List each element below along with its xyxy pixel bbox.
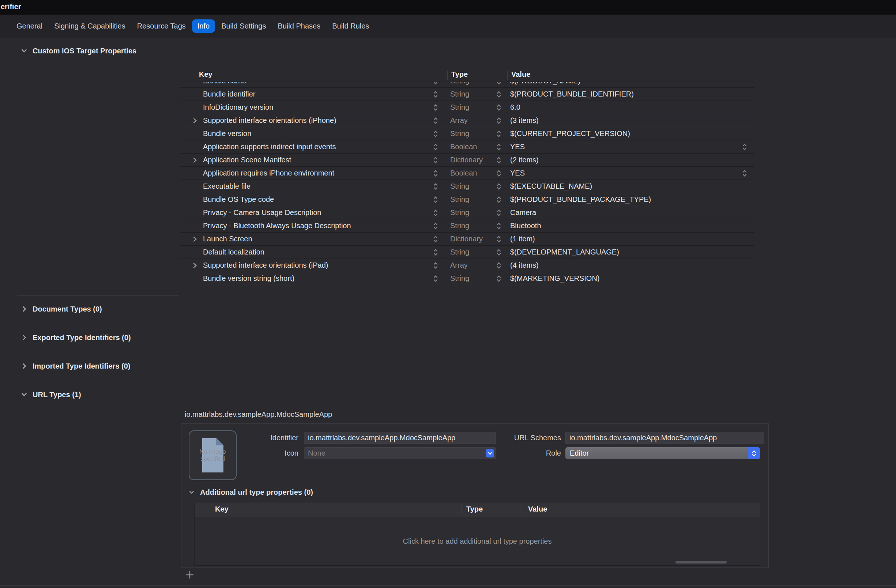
type-stepper-icon[interactable] [495,116,502,125]
property-value[interactable]: $(PRODUCT_NAME) [510,82,581,87]
type-stepper-icon[interactable] [495,82,502,86]
key-stepper-icon[interactable] [432,129,439,139]
disclosure-chevron-icon[interactable] [191,262,198,269]
property-value[interactable]: YES [510,167,525,180]
key-stepper-icon[interactable] [432,248,439,257]
disclosure-chevron-icon[interactable] [191,117,198,124]
icon-combo-box[interactable] [304,447,496,459]
property-value[interactable]: Camera [510,206,536,219]
key-stepper-icon[interactable] [432,103,439,112]
type-stepper-icon[interactable] [495,90,502,99]
property-key[interactable]: Launch Screen [203,233,252,245]
type-stepper-icon[interactable] [495,182,502,191]
type-stepper-icon[interactable] [495,155,502,165]
tab-resource-tags[interactable]: Resource Tags [132,19,191,33]
chevron-right-icon[interactable] [20,305,28,313]
property-value[interactable]: (1 item) [510,233,535,245]
section-url-types[interactable]: URL Types (1) [20,389,81,400]
type-stepper-icon[interactable] [495,129,502,139]
dropdown-chevron-icon[interactable] [486,449,494,457]
property-key[interactable]: Default localization [203,246,264,259]
type-stepper-icon[interactable] [495,248,502,257]
property-key[interactable]: Privacy - Bluetooth Always Usage Descrip… [203,219,351,232]
tab-info[interactable]: Info [192,19,215,33]
icon-input[interactable] [304,448,480,459]
key-stepper-icon[interactable] [432,235,439,244]
add-url-type-button[interactable] [184,569,195,580]
value-stepper-icon[interactable] [741,169,748,178]
section-imported-type-identifiers[interactable]: Imported Type Identifiers (0) [20,361,130,372]
property-row[interactable]: Bundle identifierString$(PRODUCT_BUNDLE_… [180,88,754,101]
property-key[interactable]: Bundle name [203,82,246,87]
property-row[interactable]: Bundle versionString$(CURRENT_PROJECT_VE… [180,127,754,140]
type-stepper-icon[interactable] [495,169,502,178]
key-stepper-icon[interactable] [432,182,439,191]
role-popup-button[interactable]: Editor [565,447,760,459]
tab-build-settings[interactable]: Build Settings [216,19,271,33]
section-custom-ios-target-properties[interactable]: Custom iOS Target Properties [20,45,136,56]
property-row[interactable]: Privacy - Camera Usage DescriptionString… [180,206,754,219]
url-schemes-input[interactable] [565,432,764,444]
key-stepper-icon[interactable] [432,155,439,165]
property-value[interactable]: $(EXECUTABLE_NAME) [510,180,592,193]
property-row[interactable]: Default localizationString$(DEVELOPMENT_… [180,246,754,259]
property-value[interactable]: 6.0 [510,101,520,114]
property-row[interactable]: Bundle version string (short)String$(MAR… [180,272,754,285]
property-value[interactable]: (3 items) [510,114,539,127]
chevron-down-icon[interactable] [187,488,196,496]
property-row[interactable]: Application supports indirect input even… [180,140,754,154]
key-stepper-icon[interactable] [432,90,439,99]
property-key[interactable]: Application requires iPhone environment [203,167,334,180]
property-row[interactable]: Launch ScreenDictionary(1 item) [180,233,754,246]
value-stepper-icon[interactable] [741,142,748,152]
property-key[interactable]: Bundle version [203,127,251,140]
type-stepper-icon[interactable] [495,221,502,231]
property-row[interactable]: Bundle nameString$(PRODUCT_NAME) [180,82,754,88]
type-stepper-icon[interactable] [495,195,502,204]
chevron-down-icon[interactable] [20,47,28,55]
identifier-input[interactable] [304,432,496,444]
horizontal-scrollbar[interactable] [675,561,727,564]
section-exported-type-identifiers[interactable]: Exported Type Identifiers (0) [20,332,131,343]
key-stepper-icon[interactable] [432,116,439,125]
property-row[interactable]: Supported interface orientations (iPad)A… [180,259,754,272]
property-value[interactable]: $(PRODUCT_BUNDLE_IDENTIFIER) [510,88,634,101]
key-stepper-icon[interactable] [432,274,439,283]
type-stepper-icon[interactable] [495,261,502,270]
type-stepper-icon[interactable] [495,208,502,218]
property-key[interactable]: Supported interface orientations (iPad) [203,259,328,272]
tab-build-rules[interactable]: Build Rules [326,19,375,33]
property-row[interactable]: Application Scene ManifestDictionary(2 i… [180,154,754,167]
property-key[interactable]: Bundle identifier [203,88,255,101]
url-type-image-well[interactable]: No image specified [189,430,237,480]
property-value[interactable]: YES [510,140,525,153]
key-stepper-icon[interactable] [432,142,439,152]
disclosure-chevron-icon[interactable] [191,157,198,164]
section-document-types[interactable]: Document Types (0) [20,303,102,314]
add-properties-hint[interactable]: Click here to add additional url type pr… [403,537,552,545]
property-row[interactable]: Supported interface orientations (iPhone… [180,114,754,127]
type-stepper-icon[interactable] [495,235,502,244]
additional-properties-empty-area[interactable]: Click here to add additional url type pr… [195,517,760,565]
key-stepper-icon[interactable] [432,261,439,270]
key-stepper-icon[interactable] [432,208,439,218]
type-stepper-icon[interactable] [495,142,502,152]
key-stepper-icon[interactable] [432,221,439,231]
property-value[interactable]: $(PRODUCT_BUNDLE_PACKAGE_TYPE) [510,193,651,206]
property-value[interactable]: (4 items) [510,259,539,272]
property-row[interactable]: Application requires iPhone environmentB… [180,167,754,180]
key-stepper-icon[interactable] [432,169,439,178]
property-key[interactable]: Supported interface orientations (iPhone… [203,114,337,127]
property-value[interactable]: Bluetooth [510,219,541,232]
property-value[interactable]: $(MARKETING_VERSION) [510,272,599,285]
property-key[interactable]: Privacy - Camera Usage Description [203,206,321,219]
chevron-right-icon[interactable] [20,362,28,370]
type-stepper-icon[interactable] [495,274,502,283]
property-key[interactable]: Application supports indirect input even… [203,140,336,153]
chevron-down-icon[interactable] [20,390,28,399]
key-stepper-icon[interactable] [432,195,439,204]
property-key[interactable]: Bundle OS Type code [203,193,274,206]
property-value[interactable]: $(CURRENT_PROJECT_VERSION) [510,127,630,140]
tab-general[interactable]: General [11,19,48,33]
property-key[interactable]: Bundle version string (short) [203,272,294,285]
